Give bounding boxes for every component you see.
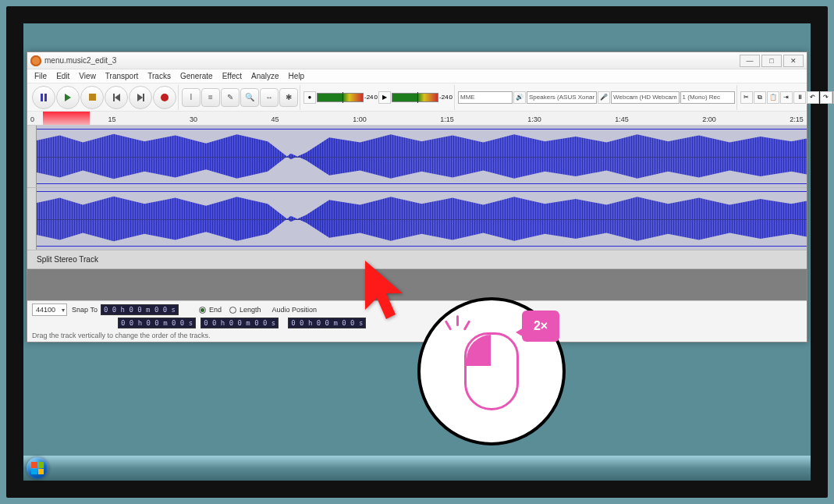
ruler-tick: 1:45 bbox=[615, 115, 629, 123]
track-row[interactable] bbox=[27, 126, 807, 188]
overlay-cursor-icon bbox=[363, 258, 410, 321]
audio-position-label: Audio Position bbox=[272, 306, 318, 314]
skip-start-button[interactable] bbox=[105, 86, 128, 109]
selection-start-time[interactable]: 0 0 h 0 0 m 0 0 s bbox=[118, 318, 196, 328]
cut-button[interactable]: ✂ bbox=[740, 91, 753, 104]
start-button[interactable] bbox=[27, 457, 48, 479]
snap-to-label: Snap To bbox=[72, 306, 98, 314]
timeshift-tool[interactable]: ↔ bbox=[260, 88, 279, 107]
multi-tool[interactable]: ✱ bbox=[279, 88, 298, 107]
minimize-button[interactable]: — bbox=[740, 55, 760, 67]
menu-analyze[interactable]: Analyze bbox=[247, 71, 283, 81]
waveform-left[interactable] bbox=[37, 126, 807, 187]
menu-effect[interactable]: Effect bbox=[218, 71, 246, 81]
titlebar[interactable]: menu.music2_edit_3 — □ ✕ bbox=[27, 52, 807, 69]
ruler-tick: 45 bbox=[271, 115, 279, 123]
edit-toolbar: ✂ ⧉ 📋 ⇥ ⏸ ↶ ↷ 🔗 ＋ － ⇔ ⇕ bbox=[739, 85, 834, 110]
draw-tool[interactable]: ✎ bbox=[221, 88, 240, 107]
ruler-tick: 1:30 bbox=[527, 115, 541, 123]
snap-to-value[interactable]: 0 0 h 0 0 m 0 0 s bbox=[101, 304, 179, 315]
x2-tag: 2× bbox=[522, 311, 559, 342]
taskbar[interactable] bbox=[23, 456, 811, 481]
device-toolbar: MME 🔊 Speakers (ASUS Xonar 🎤 Webcam (HD … bbox=[456, 85, 737, 110]
selection-toolbar: 44100 Snap To 0 0 h 0 0 m 0 0 s End Leng… bbox=[27, 300, 807, 342]
output-device-select[interactable]: Speakers (ASUS Xonar bbox=[527, 91, 597, 104]
play-button[interactable] bbox=[56, 86, 80, 109]
app-icon bbox=[30, 55, 41, 66]
silence-button[interactable]: ⏸ bbox=[793, 91, 806, 104]
track-label-row[interactable]: Split Stereo Track bbox=[27, 250, 807, 269]
tools-grid: I ≡ ✎ 🔍 ↔ ✱ bbox=[180, 85, 300, 110]
waveform-right[interactable] bbox=[37, 188, 807, 250]
rec-meter-icon[interactable]: ● bbox=[303, 91, 316, 104]
redo-button[interactable]: ↷ bbox=[820, 91, 832, 104]
double-click-hint-badge: 2× bbox=[417, 297, 566, 445]
menu-help[interactable]: Help bbox=[285, 71, 309, 81]
mouse-icon bbox=[464, 332, 519, 410]
audacity-window: menu.music2_edit_3 — □ ✕ File Edit View … bbox=[27, 51, 807, 343]
selection-tool[interactable]: I bbox=[182, 88, 201, 107]
envelope-tool[interactable]: ≡ bbox=[201, 88, 220, 107]
project-rate-select[interactable]: 44100 bbox=[32, 303, 67, 316]
rec-channels-select[interactable]: 1 (Mono) Rec bbox=[680, 91, 735, 104]
db-label: -24 bbox=[364, 94, 374, 101]
db-label: 0 bbox=[374, 94, 378, 101]
play-meter-icon[interactable]: ▶ bbox=[378, 91, 391, 104]
menu-transport[interactable]: Transport bbox=[101, 71, 142, 81]
track-row[interactable] bbox=[27, 188, 807, 250]
audio-host-select[interactable]: MME bbox=[458, 91, 513, 104]
paste-button[interactable]: 📋 bbox=[767, 91, 779, 104]
ruler-tick: 2:15 bbox=[790, 115, 804, 123]
ruler-tick: 1:00 bbox=[353, 115, 367, 123]
speaker-icon: 🔊 bbox=[513, 91, 526, 104]
radio-length-label: Length bbox=[240, 306, 261, 314]
track-control-panel[interactable] bbox=[27, 126, 37, 187]
maximize-button[interactable]: □ bbox=[761, 55, 782, 67]
copy-button[interactable]: ⧉ bbox=[754, 91, 766, 104]
radio-length[interactable] bbox=[229, 307, 236, 314]
recording-meter[interactable] bbox=[317, 93, 364, 102]
undo-button[interactable]: ↶ bbox=[807, 91, 819, 104]
ruler-tick: 0 bbox=[30, 115, 34, 123]
window-title: menu.music2_edit_3 bbox=[44, 56, 116, 65]
menu-file[interactable]: File bbox=[30, 71, 51, 81]
ruler-tick: 1:15 bbox=[440, 115, 454, 123]
menu-generate[interactable]: Generate bbox=[176, 71, 217, 81]
monitor-bezel: menu.music2_edit_3 — □ ✕ File Edit View … bbox=[6, 6, 828, 498]
zoom-tool[interactable]: 🔍 bbox=[240, 88, 259, 107]
transport-controls bbox=[30, 85, 179, 110]
db-label: -24 bbox=[439, 94, 449, 101]
ruler-tick: 2:00 bbox=[702, 115, 716, 123]
record-button[interactable] bbox=[153, 86, 176, 109]
db-label: 0 bbox=[449, 94, 452, 101]
desktop: menu.music2_edit_3 — □ ✕ File Edit View … bbox=[23, 23, 811, 481]
radio-end[interactable] bbox=[199, 307, 206, 314]
menu-tracks[interactable]: Tracks bbox=[144, 71, 175, 81]
playback-meter[interactable] bbox=[392, 93, 438, 102]
mic-icon: 🎤 bbox=[598, 91, 610, 104]
selection-end-time[interactable]: 0 0 h 0 0 m 0 0 s bbox=[201, 318, 279, 328]
skip-end-button[interactable] bbox=[129, 86, 152, 109]
tracks-panel: Split Stereo Track 2× bbox=[27, 126, 807, 269]
track-name-label: Split Stereo Track bbox=[37, 255, 98, 264]
close-button[interactable]: ✕ bbox=[783, 55, 804, 67]
timeline-ruler[interactable]: 0 15 30 45 1:00 1:15 1:30 1:45 2:00 2:15 bbox=[27, 112, 807, 126]
menubar: File Edit View Transport Tracks Generate… bbox=[27, 69, 807, 83]
radio-end-label: End bbox=[209, 306, 222, 314]
input-device-select[interactable]: Webcam (HD Webcam bbox=[611, 91, 680, 104]
status-bar: Drag the track vertically to change the … bbox=[32, 330, 802, 339]
ruler-tick: 30 bbox=[190, 115, 197, 123]
menu-view[interactable]: View bbox=[75, 71, 100, 81]
svg-marker-0 bbox=[365, 261, 403, 319]
empty-track-area[interactable] bbox=[27, 269, 807, 300]
meters: ● -24 0 ▶ -24 0 bbox=[302, 85, 455, 110]
stop-button[interactable] bbox=[80, 86, 104, 109]
pause-button[interactable] bbox=[32, 86, 55, 109]
trim-button[interactable]: ⇥ bbox=[780, 91, 793, 104]
ruler-tick: 15 bbox=[108, 115, 116, 123]
toolbar: I ≡ ✎ 🔍 ↔ ✱ ● -24 0 ▶ -24 0 bbox=[27, 83, 807, 112]
track-control-panel[interactable] bbox=[27, 188, 37, 250]
menu-edit[interactable]: Edit bbox=[52, 71, 73, 81]
audio-position-time[interactable]: 0 0 h 0 0 m 0 0 s bbox=[288, 318, 366, 328]
